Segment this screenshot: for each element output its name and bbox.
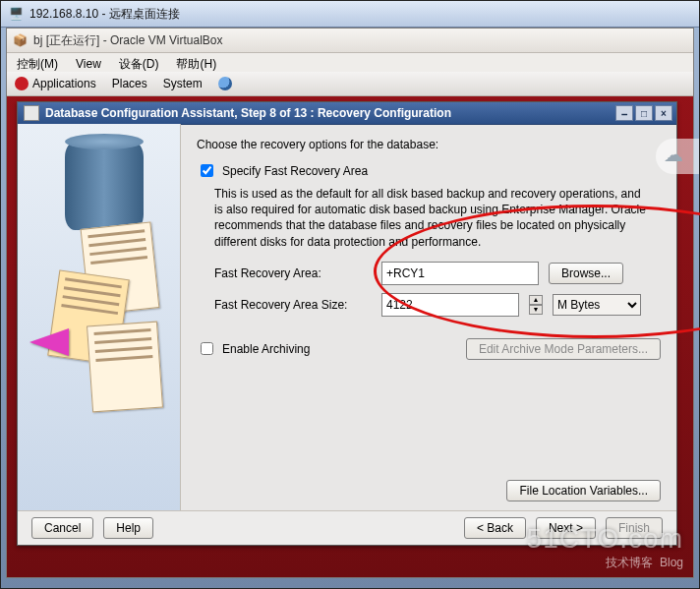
vbox-title: bj [正在运行] - Oracle VM VirtualBox xyxy=(33,32,223,49)
maximize-button[interactable]: □ xyxy=(635,105,653,121)
dbca-window-title: Database Configuration Assistant, Step 8… xyxy=(45,106,451,120)
specify-fra-label: Specify Fast Recovery Area xyxy=(222,164,368,178)
vbox-menu-view[interactable]: View xyxy=(76,57,101,71)
browser-launcher-icon[interactable] xyxy=(218,77,232,90)
fra-size-unit-select[interactable]: M Bytes xyxy=(553,294,641,316)
panel-applications[interactable]: Applications xyxy=(15,77,96,90)
finish-button: Finish xyxy=(606,517,663,539)
panel-places-label: Places xyxy=(112,77,147,90)
fra-path-input[interactable] xyxy=(381,262,539,285)
size-spin-down[interactable]: ▼ xyxy=(529,305,543,315)
panel-applications-label: Applications xyxy=(32,77,96,90)
file-location-variables-button[interactable]: File Location Variables... xyxy=(506,480,661,501)
vbox-menu-help[interactable]: 帮助(H) xyxy=(176,56,216,73)
dbca-window-icon xyxy=(24,105,39,121)
rdp-icon: 🖥️ xyxy=(9,7,24,21)
close-button[interactable]: × xyxy=(655,105,672,121)
enable-archiving-checkbox[interactable]: Enable Archiving Edit Archive Mode Param… xyxy=(197,338,661,360)
minimize-button[interactable]: ‒ xyxy=(615,105,633,121)
dbca-window: Database Configuration Assistant, Step 8… xyxy=(17,101,677,546)
next-button[interactable]: Next > xyxy=(536,517,596,539)
cloud-badge-icon xyxy=(656,139,699,174)
fra-size-input[interactable] xyxy=(381,293,519,317)
pink-arrow-icon xyxy=(29,328,69,356)
specify-fra-checkbox[interactable]: Specify Fast Recovery Area xyxy=(197,161,661,180)
fra-path-label: Fast Recovery Area: xyxy=(214,266,372,280)
browse-button[interactable]: Browse... xyxy=(549,263,623,284)
edit-archive-button: Edit Archive Mode Parameters... xyxy=(466,338,661,360)
help-button[interactable]: Help xyxy=(103,517,153,539)
recovery-prompt: Choose the recovery options for the data… xyxy=(197,138,661,151)
cancel-button[interactable]: Cancel xyxy=(31,517,93,539)
size-spin-up[interactable]: ▲ xyxy=(529,295,543,305)
gnome-top-panel: Applications Places System xyxy=(7,72,693,96)
paper-icon xyxy=(87,322,163,413)
database-cylinder-icon xyxy=(65,142,144,230)
wizard-illustration-pane xyxy=(18,124,181,511)
enable-archiving-label: Enable Archiving xyxy=(222,342,310,356)
vbox-menu-control[interactable]: 控制(M) xyxy=(17,56,58,73)
enable-archiving-input[interactable] xyxy=(201,342,213,355)
rdp-title: 192.168.8.10 - 远程桌面连接 xyxy=(29,6,180,23)
fra-description: This is used as the default for all disk… xyxy=(214,186,647,250)
panel-system[interactable]: System xyxy=(163,77,203,90)
specify-fra-input[interactable] xyxy=(201,164,213,177)
back-button[interactable]: < Back xyxy=(464,517,526,539)
fra-size-label: Fast Recovery Area Size: xyxy=(214,298,372,312)
redhat-icon xyxy=(15,77,29,90)
panel-places[interactable]: Places xyxy=(112,77,147,90)
panel-system-label: System xyxy=(163,77,203,90)
vbox-menu-devices[interactable]: 设备(D) xyxy=(119,56,159,73)
vbox-icon: 📦 xyxy=(13,33,28,47)
